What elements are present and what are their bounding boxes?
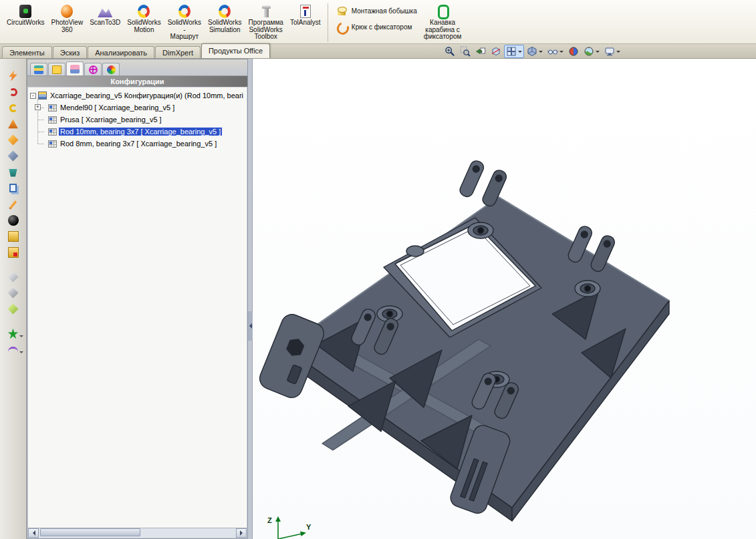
tab-sketch[interactable]: Эскиз (53, 46, 87, 58)
side-tool-button-7[interactable] (4, 164, 23, 180)
right-arrow-icon (240, 530, 245, 536)
orange-diamond-icon (8, 135, 19, 146)
collapse-box[interactable]: - (30, 93, 36, 99)
ribbon-button-mounting-boss[interactable]: Монтажная бобышка (332, 4, 420, 17)
side-tool-button-11[interactable] (4, 228, 23, 244)
hide-show-items-button[interactable] (545, 45, 565, 58)
scroll-right-button[interactable] (236, 528, 247, 538)
toolbox-bolt-icon (257, 3, 275, 19)
side-tool-button-13[interactable] (4, 269, 23, 285)
displaymanager-tab[interactable] (102, 63, 120, 75)
green-diamond-icon (8, 304, 19, 315)
view-orientation-button[interactable] (504, 45, 524, 58)
view-settings-button[interactable] (602, 45, 622, 58)
dimxpertmanager-tab[interactable] (84, 63, 102, 75)
display-style-button[interactable] (525, 45, 545, 58)
tab-elements[interactable]: Элементы (2, 46, 52, 58)
ribbon-button-circuitworks[interactable]: CircuitWorks (4, 2, 47, 28)
display-style-icon (527, 46, 537, 57)
tree-item-rod8mm[interactable]: Rod 8mm, bearing 3x7 [ Xcarriage_bearing… (35, 138, 247, 150)
ribbon-button-label: Программа SolidWorks Toolbox (248, 19, 283, 41)
side-tool-button-3[interactable] (4, 100, 23, 116)
ribbon-button-solidworks-toolbox[interactable]: Программа SolidWorks Toolbox (245, 2, 285, 42)
side-tool-button-17[interactable] (4, 342, 23, 357)
apply-scene-button[interactable] (582, 45, 602, 58)
chevron-down-icon (19, 351, 23, 355)
commandmanager-tab-bar: Элементы Эскиз Анализировать DimXpert Пр… (0, 44, 756, 59)
tab-dimxpert[interactable]: DimXpert (155, 46, 201, 58)
side-toolbar (0, 59, 27, 539)
side-tool-button-6[interactable] (4, 148, 23, 164)
ribbon-button-tolanalyst[interactable]: TolAnalyst (287, 2, 324, 28)
black-sphere-icon (8, 215, 19, 226)
ribbon-button-label: TolAnalyst (290, 19, 321, 27)
tab-office-products[interactable]: Продукты Office (201, 43, 270, 58)
side-tool-button-8[interactable] (4, 180, 23, 196)
office-products-ribbon: CircuitWorks PhotoView 360 ScanTo3D Soli… (0, 0, 756, 44)
side-tool-button-15[interactable] (4, 301, 23, 317)
gold-box-red-icon (8, 247, 19, 258)
panel-horizontal-scrollbar[interactable] (28, 528, 247, 538)
ribbon-button-photoview-360[interactable]: PhotoView 360 (48, 2, 86, 35)
ribbon-button-snap-hook-groove[interactable]: Канавка карабина с фиксатором (421, 2, 465, 42)
splitter-collapse-handle[interactable] (248, 311, 253, 341)
tree-item-mendel90[interactable]: + Mendel90 [ Xcarriage_bearing_v5 ] (35, 102, 247, 114)
scrollbar-track[interactable] (39, 528, 236, 538)
ribbon-button-label: SolidWorks Simulation (208, 19, 241, 33)
property-page-icon (52, 65, 61, 74)
orientation-triad: Z Y (261, 511, 314, 539)
orange-pyramid-icon (8, 119, 19, 130)
side-tool-button-12[interactable] (4, 244, 23, 260)
tree-root-label: Xcarriage_bearing_v5 Конфигурация(и) (Ro… (49, 92, 245, 100)
side-tool-button-5[interactable] (4, 132, 23, 148)
ribbon-button-label: CircuitWorks (7, 19, 44, 27)
ribbon-button-solidworks-motion[interactable]: SolidWorks Motion (124, 2, 163, 35)
side-tool-button-1[interactable] (4, 68, 23, 83)
lightning-icon (8, 71, 19, 81)
tree-root-row[interactable]: - Xcarriage_bearing_v5 Конфигурация(и) (… (30, 89, 247, 102)
panel-splitter[interactable] (248, 59, 253, 539)
side-tool-button-16[interactable] (4, 326, 23, 341)
tab-evaluate[interactable]: Анализировать (88, 46, 154, 58)
previous-view-button[interactable] (473, 45, 488, 58)
side-tool-button-4[interactable] (4, 116, 23, 132)
propertymanager-tab[interactable] (48, 63, 66, 75)
tree-item-rod10mm-selected[interactable]: Rod 10mm, bearing 3x7 [ Xcarriage_bearin… (35, 126, 247, 138)
scroll-left-button[interactable] (28, 528, 39, 538)
scene-sphere-icon (584, 46, 594, 57)
y-axis-arrow (300, 532, 306, 537)
tree-item-prusa[interactable]: Prusa [ Xcarriage_bearing_v5 ] (35, 114, 247, 126)
view-orientation-icon (506, 46, 517, 57)
chevron-down-icon (559, 51, 563, 55)
yellow-arc-icon (9, 104, 17, 112)
featuremanager-tree-tab[interactable] (30, 63, 47, 75)
side-tool-button-9[interactable] (4, 196, 23, 212)
feature-tree-icon (34, 65, 43, 74)
chevron-down-icon (596, 51, 600, 55)
copy-pages-icon (9, 184, 17, 192)
side-tool-button-2[interactable] (4, 84, 23, 100)
collapse-left-arrow-icon (247, 323, 252, 329)
edit-appearance-button[interactable] (566, 45, 581, 58)
zoom-to-area-button[interactable] (458, 45, 473, 58)
z-axis-label: Z (267, 516, 272, 524)
previous-view-icon (475, 46, 486, 57)
side-tool-button-10[interactable] (4, 212, 23, 228)
graphics-viewport[interactable]: Z Y (253, 59, 756, 539)
ribbon-button-solidworks-simulation[interactable]: SolidWorks Simulation (205, 2, 244, 35)
zoom-to-fit-icon (445, 46, 455, 57)
ribbon-button-label: SolidWorks - Маршрут (168, 19, 201, 41)
ribbon-right-column: Монтажная бобышка Крюк с фиксатором (332, 2, 420, 33)
y-axis-label: Y (306, 523, 311, 531)
configurationmanager-tab[interactable] (66, 61, 84, 75)
ribbon-button-solidworks-routing[interactable]: SolidWorks - Маршрут (165, 2, 204, 42)
side-tool-button-14[interactable] (4, 285, 23, 301)
expand-box[interactable]: + (35, 104, 41, 110)
section-view-button[interactable] (489, 45, 503, 58)
zoom-to-fit-button[interactable] (443, 45, 457, 58)
ribbon-button-scanto3d[interactable]: ScanTo3D (87, 2, 123, 28)
ribbon-button-snap-hook[interactable]: Крюк с фиксатором (332, 20, 420, 33)
scrollbar-thumb[interactable] (40, 528, 140, 536)
appearance-sphere-icon (568, 46, 579, 57)
chevron-down-icon (19, 335, 23, 339)
